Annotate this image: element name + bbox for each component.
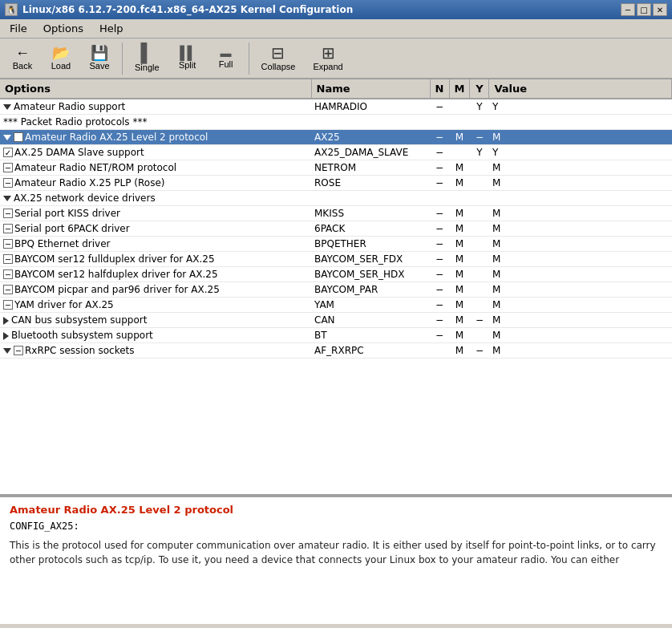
option-label: BAYCOM ser12 fullduplex driver for AX.25 bbox=[14, 253, 215, 265]
option-label: BAYCOM picpar and par96 driver for AX.25 bbox=[14, 284, 220, 295]
n-cell: − bbox=[430, 237, 449, 252]
table-row[interactable]: Bluetooth subsystem supportBT−MM bbox=[0, 328, 672, 343]
full-button[interactable]: ▬ Full bbox=[208, 45, 244, 71]
option-label: Amateur Radio AX.25 Level 2 protocol bbox=[25, 132, 208, 143]
collapse-icon: ⊟ bbox=[271, 45, 285, 61]
m-cell: M bbox=[449, 252, 470, 267]
split-button[interactable]: ▌▌ Split bbox=[170, 44, 205, 72]
checkbox-minus: − bbox=[3, 178, 13, 188]
y-cell bbox=[470, 267, 489, 282]
option-label: BPQ Ethernet driver bbox=[14, 238, 111, 249]
minimize-button[interactable]: − bbox=[621, 3, 635, 16]
table-row[interactable]: −Amateur Radio AX.25 Level 2 protocolAX2… bbox=[0, 130, 672, 145]
y-cell bbox=[470, 176, 489, 191]
titlebar-left: 🐧 Linux/x86 6.12.7-200.fc41.x86_64-AX25 … bbox=[5, 3, 353, 16]
y-cell: Y bbox=[470, 99, 489, 115]
config-key: CONFIG_AX25: bbox=[10, 521, 662, 532]
collapse-arrow bbox=[3, 348, 11, 354]
separator-1 bbox=[122, 43, 123, 75]
description-panel: Amateur Radio AX.25 Level 2 protocol CON… bbox=[0, 496, 672, 624]
n-cell bbox=[430, 191, 449, 206]
table-row[interactable]: AX.25 network device drivers bbox=[0, 191, 672, 206]
value-cell: M bbox=[489, 176, 672, 191]
table-row[interactable]: −RxRPC session socketsAF_RXRPCM−M bbox=[0, 343, 672, 359]
name-cell: AX25_DAMA_SLAVE bbox=[311, 145, 430, 160]
n-cell: − bbox=[430, 282, 449, 298]
n-cell: − bbox=[430, 99, 449, 115]
value-cell: M bbox=[489, 267, 672, 282]
name-cell: YAM bbox=[311, 298, 430, 313]
value-cell: M bbox=[489, 221, 672, 237]
collapse-button[interactable]: ⊟ Collapse bbox=[254, 43, 303, 74]
expand-button[interactable]: ⊞ Expand bbox=[306, 43, 350, 74]
description-title: Amateur Radio AX.25 Level 2 protocol bbox=[10, 504, 662, 516]
table-row[interactable]: −YAM driver for AX.25YAM−MM bbox=[0, 298, 672, 313]
checkbox-minus: − bbox=[3, 209, 13, 218]
options-cell: −YAM driver for AX.25 bbox=[0, 298, 311, 313]
menu-options[interactable]: Options bbox=[37, 21, 90, 36]
table-row[interactable]: Amateur Radio supportHAMRADIO−YY bbox=[0, 99, 672, 115]
load-button[interactable]: 📂 Load bbox=[43, 43, 79, 73]
name-cell bbox=[311, 115, 430, 130]
single-button[interactable]: ▌ Single bbox=[128, 42, 167, 75]
full-icon: ▬ bbox=[221, 47, 232, 59]
table-row[interactable]: −Serial port KISS driverMKISS−MM bbox=[0, 206, 672, 221]
table-row[interactable]: −Amateur Radio NET/ROM protocolNETROM−MM bbox=[0, 160, 672, 176]
option-label: Bluetooth subsystem support bbox=[11, 330, 153, 341]
menu-file[interactable]: File bbox=[3, 21, 34, 36]
back-button[interactable]: ← Back bbox=[5, 43, 40, 73]
description-body: This is the protocol used for computer c… bbox=[10, 538, 662, 567]
close-button[interactable]: ✕ bbox=[653, 3, 667, 16]
load-label: Load bbox=[51, 61, 71, 71]
options-cell: −Amateur Radio NET/ROM protocol bbox=[0, 160, 311, 176]
table-row[interactable]: CAN bus subsystem supportCAN−M−M bbox=[0, 313, 672, 328]
table-row[interactable]: −Amateur Radio X.25 PLP (Rose)ROSE−MM bbox=[0, 176, 672, 191]
name-cell: HAMRADIO bbox=[311, 99, 430, 115]
table-row[interactable]: −BAYCOM ser12 fullduplex driver for AX.2… bbox=[0, 252, 672, 267]
header-name: Name bbox=[311, 79, 430, 99]
checkbox-minus: − bbox=[3, 269, 13, 279]
options-cell: −BAYCOM ser12 halfduplex driver for AX.2… bbox=[0, 267, 311, 282]
m-cell: M bbox=[449, 298, 470, 313]
m-cell: M bbox=[449, 176, 470, 191]
value-cell: M bbox=[489, 328, 672, 343]
header-m: M bbox=[449, 79, 470, 99]
m-cell: M bbox=[449, 267, 470, 282]
window-controls[interactable]: − □ ✕ bbox=[621, 3, 667, 16]
table-row[interactable]: −Serial port 6PACK driver6PACK−MM bbox=[0, 221, 672, 237]
m-cell: M bbox=[449, 160, 470, 176]
m-cell: M bbox=[449, 206, 470, 221]
menu-help[interactable]: Help bbox=[93, 21, 130, 36]
name-cell: BT bbox=[311, 328, 430, 343]
collapse-arrow bbox=[3, 135, 11, 140]
table-row[interactable]: −BAYCOM ser12 halfduplex driver for AX.2… bbox=[0, 267, 672, 282]
checkbox-minus: − bbox=[14, 346, 23, 355]
save-button[interactable]: 💾 Save bbox=[82, 43, 117, 73]
maximize-button[interactable]: □ bbox=[637, 3, 651, 16]
back-label: Back bbox=[13, 61, 32, 71]
option-label: *** Packet Radio protocols *** bbox=[3, 116, 147, 128]
table-row[interactable]: *** Packet Radio protocols *** bbox=[0, 115, 672, 130]
options-cell: −BAYCOM ser12 fullduplex driver for AX.2… bbox=[0, 252, 311, 267]
collapse-label: Collapse bbox=[261, 62, 296, 71]
table-row[interactable]: −BAYCOM picpar and par96 driver for AX.2… bbox=[0, 282, 672, 298]
name-cell: BAYCOM_PAR bbox=[311, 282, 430, 298]
n-cell: − bbox=[430, 267, 449, 282]
config-table-area[interactable]: Options Name N M Y Value Amateur Radio s… bbox=[0, 79, 672, 496]
n-cell: − bbox=[430, 130, 449, 145]
option-label: Amateur Radio NET/ROM protocol bbox=[14, 162, 176, 173]
y-cell bbox=[470, 191, 489, 206]
header-value: Value bbox=[489, 79, 672, 99]
option-label: RxRPC session sockets bbox=[25, 345, 135, 356]
header-y: Y bbox=[470, 79, 489, 99]
collapse-arrow bbox=[3, 104, 11, 110]
table-row[interactable]: −BPQ Ethernet driverBPQETHER−MM bbox=[0, 237, 672, 252]
option-label: AX.25 network device drivers bbox=[14, 192, 156, 204]
options-cell: Amateur Radio support bbox=[0, 99, 311, 115]
options-cell: *** Packet Radio protocols *** bbox=[0, 115, 311, 130]
name-cell: CAN bbox=[311, 313, 430, 328]
save-icon: 💾 bbox=[91, 46, 108, 60]
full-label: Full bbox=[219, 59, 233, 69]
n-cell bbox=[430, 115, 449, 130]
table-row[interactable]: ✓AX.25 DAMA Slave supportAX25_DAMA_SLAVE… bbox=[0, 145, 672, 160]
